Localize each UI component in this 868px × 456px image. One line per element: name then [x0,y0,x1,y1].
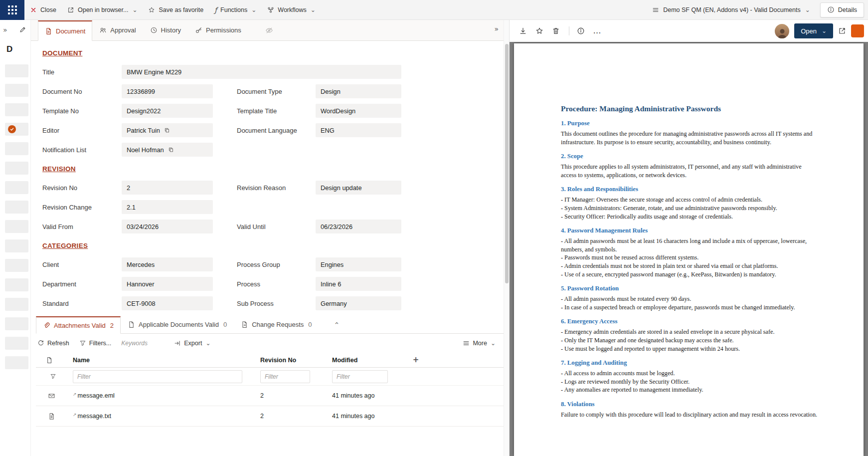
file-column-icon [46,357,73,364]
export-button[interactable]: Export ⌄ [174,340,210,347]
revision-no-field[interactable]: 2 [122,181,213,195]
modified-filter-input[interactable] [332,370,388,383]
collapse-section-button[interactable]: ⌃ [334,321,340,328]
copy-icon[interactable] [168,147,174,153]
app-launcher-button[interactable] [0,0,24,20]
template-title-field[interactable]: WordDesign [316,104,401,118]
filters-button[interactable]: Filters... [79,340,111,347]
tab-applicable-documents-valid[interactable]: Applicable Documents Valid 0 [121,316,234,333]
column-header-modified[interactable]: Modified [332,357,406,364]
download-button[interactable] [516,23,530,38]
watch-off-icon[interactable] [265,26,273,34]
tab-document[interactable]: Document [38,20,92,41]
close-icon [30,6,37,13]
addon-app-icon[interactable] [851,24,864,37]
list-item[interactable] [5,181,28,194]
open-in-browser-icon [67,6,74,13]
name-filter-input[interactable] [73,370,242,383]
standard-field[interactable]: CET-9008 [122,296,213,310]
share-icon[interactable] [838,27,846,35]
process-group-field[interactable]: Engines [316,257,401,271]
close-button[interactable]: Close [24,0,62,19]
field-value: 2.1 [127,204,136,211]
delete-button[interactable] [548,23,563,38]
revision-change-field[interactable]: 2.1 [122,200,213,214]
table-row[interactable]: ↗message.txt 2 41 minutes ago [36,406,504,427]
document-language-field[interactable]: ENG [316,123,401,137]
list-item[interactable] [5,278,28,291]
info-button[interactable] [573,23,588,38]
list-item-selected[interactable] [5,123,28,136]
open-in-browser-button[interactable]: Open in browser... ⌄ [62,0,143,19]
revision-filter-input[interactable] [260,370,310,383]
tab-change-requests[interactable]: Change Requests 0 [234,316,319,333]
field-label: Standard [42,300,122,307]
user-avatar[interactable] [775,24,789,38]
editor-field[interactable]: Patrick Tuin [122,123,213,137]
top-bar-right: Demo SF QM (EN, Addons v4) - Valid Docum… [647,0,868,19]
tab-history[interactable]: History [143,20,188,40]
tab-attachments-valid[interactable]: Attachments Valid 2 [36,316,121,334]
document-title: Procedure: Managing Administrative Passw… [561,104,818,113]
valid-until-field[interactable]: 06/23/2026 [316,220,401,233]
refresh-button[interactable]: Refresh [37,340,69,347]
copy-icon[interactable] [164,127,170,133]
table-row[interactable]: ↗message.eml 2 41 minutes ago [36,386,504,406]
keywords-input[interactable] [121,340,164,347]
list-item[interactable] [5,142,28,155]
vertical-scrollbar[interactable] [504,20,509,456]
column-header-name[interactable]: Name [73,357,260,364]
document-no-field[interactable]: 12336899 [122,84,213,98]
list-item[interactable] [5,356,28,369]
edit-pencil-icon[interactable] [19,26,26,33]
collapsed-panel-header: » [0,20,30,33]
more-button[interactable]: More ⌄ [463,340,496,347]
tab-permissions[interactable]: Permissions [188,20,248,40]
list-item[interactable] [5,239,28,252]
column-header-revision[interactable]: Revision No [260,357,332,364]
expand-panel-button[interactable]: » [3,26,7,33]
list-item[interactable] [5,298,28,311]
list-item[interactable] [5,162,28,175]
context-selector[interactable]: Demo SF QM (EN, Addons v4) - Valid Docum… [647,6,815,13]
list-item[interactable] [5,201,28,214]
functions-menu-button[interactable]: ƒ Functions ⌄ [209,0,262,19]
list-item[interactable] [5,84,28,97]
valid-from-field[interactable]: 03/24/2026 [122,220,213,233]
list-item[interactable] [5,103,28,116]
title-field[interactable]: BMW Engine M229 [122,65,401,79]
sub-process-field[interactable]: Germany [316,296,401,310]
revision-reason-field[interactable]: Design update [316,181,401,195]
document-section: 7. Logging and Auditing - All access to … [561,359,818,394]
field-label: Title [42,68,122,76]
list-item[interactable] [5,337,28,350]
list-item[interactable] [5,64,28,77]
notification-list-field[interactable]: Noel Hofman [122,143,213,157]
more-options-button[interactable]: … [590,23,605,38]
add-column-button[interactable]: + [406,356,426,364]
list-item[interactable] [5,220,28,233]
field-label: Template No [42,107,122,115]
tab-approval[interactable]: Approval [92,20,143,40]
list-item[interactable] [5,317,28,330]
field-label: Process Group [237,261,316,268]
field-value: Design [321,88,341,95]
save-as-favorite-button[interactable]: Save as favorite [143,0,209,19]
open-button[interactable]: Open ⌄ [794,23,833,38]
process-field[interactable]: Inline 6 [316,277,401,291]
details-button[interactable]: Details [820,2,864,17]
scrollbar-thumb[interactable] [505,44,509,283]
workflows-menu-button[interactable]: Workflows ⌄ [262,0,321,19]
list-item[interactable] [5,259,28,272]
table-header-row: Name Revision No Modified + [36,353,504,368]
favorite-star-button[interactable] [532,23,547,38]
attachment-name[interactable]: message.txt [78,413,111,420]
attachment-name[interactable]: message.eml [78,392,115,399]
client-field[interactable]: Mercedes [122,257,213,271]
template-no-field[interactable]: Design2022 [122,104,213,118]
document-type-field[interactable]: Design [316,84,401,98]
tab-overflow-button[interactable]: » [494,25,499,32]
chevron-down-icon: ⌄ [822,28,827,34]
work-area: » D [0,20,868,456]
department-field[interactable]: Hannover [122,277,213,291]
